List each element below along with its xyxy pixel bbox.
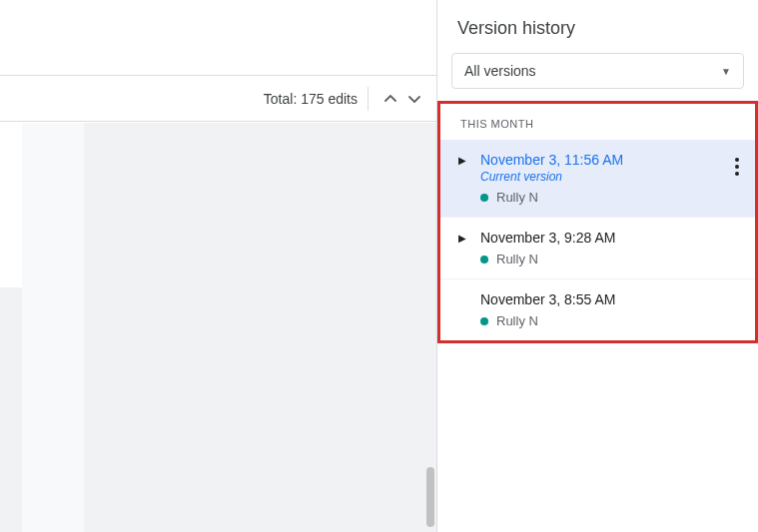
editor-color-dot: [480, 317, 488, 325]
editor-name: Rully N: [496, 313, 538, 328]
version-filter-dropdown[interactable]: All versions ▼: [451, 53, 744, 89]
top-blank-area: [0, 0, 436, 76]
version-row-header: ▶ November 3, 9:28 AM: [458, 230, 741, 246]
current-version-label: Current version: [480, 170, 741, 184]
expand-arrow-icon[interactable]: ▶: [458, 155, 474, 166]
chevron-down-icon: [408, 93, 420, 105]
section-header-this-month: THIS MONTH: [440, 104, 755, 140]
edits-info-bar: Total: 175 edits: [0, 76, 436, 122]
editor-row: Rully N: [480, 190, 741, 205]
version-more-menu[interactable]: [731, 154, 743, 180]
editor-color-dot: [480, 256, 488, 264]
line-gutter: [22, 123, 84, 532]
version-history-panel: Version history All versions ▼ THIS MONT…: [436, 0, 758, 532]
editor-row: Rully N: [480, 252, 741, 266]
version-timestamp: November 3, 11:56 AM: [480, 152, 623, 168]
expand-arrow-icon[interactable]: ▶: [458, 233, 474, 244]
left-gutter: [0, 123, 22, 287]
version-timestamp: November 3, 8:55 AM: [480, 291, 615, 307]
document-preview-pane: Total: 175 edits: [0, 0, 436, 532]
version-item-current[interactable]: ▶ November 3, 11:56 AM Current version R…: [440, 140, 755, 218]
dot-icon: [735, 172, 739, 176]
dot-icon: [735, 165, 739, 169]
editor-name: Rully N: [496, 190, 538, 205]
document-canvas: [0, 123, 436, 532]
document-body: [84, 123, 426, 532]
panel-title: Version history: [437, 0, 758, 53]
version-item[interactable]: ▶ November 3, 9:28 AM Rully N: [440, 218, 755, 279]
version-row-header: ▶ November 3, 11:56 AM: [458, 152, 741, 168]
dropdown-caret-icon: ▼: [721, 66, 731, 77]
total-edits-label: Total: 175 edits: [264, 91, 358, 107]
vertical-divider: [368, 87, 369, 111]
chevron-up-icon: [384, 93, 396, 105]
version-row-header: ▶ November 3, 8:55 AM: [458, 291, 741, 307]
dropdown-selected-label: All versions: [464, 63, 536, 79]
version-item[interactable]: ▶ November 3, 8:55 AM Rully N: [440, 279, 755, 340]
editor-color-dot: [480, 194, 488, 202]
editor-row: Rully N: [480, 313, 741, 328]
vertical-scrollbar[interactable]: [426, 467, 434, 527]
dot-icon: [735, 158, 739, 162]
version-timestamp: November 3, 9:28 AM: [480, 230, 615, 246]
next-edit-button[interactable]: [402, 87, 426, 111]
editor-name: Rully N: [496, 252, 538, 266]
previous-edit-button[interactable]: [379, 87, 402, 111]
annotation-highlight: THIS MONTH ▶ November 3, 11:56 AM Curren…: [437, 101, 758, 343]
